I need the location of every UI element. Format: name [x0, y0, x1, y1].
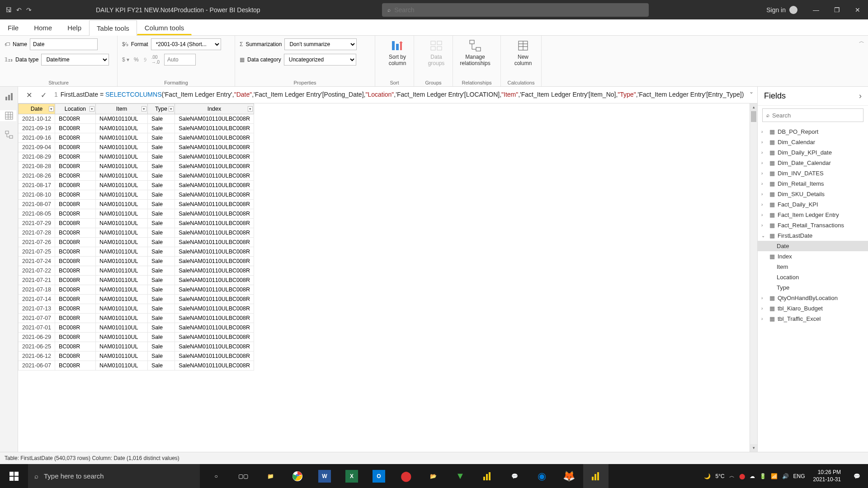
chevron-icon[interactable]: ⌄ [761, 233, 767, 238]
expand-formula-icon[interactable]: ⌄ [745, 89, 757, 95]
model-view-icon[interactable] [4, 129, 14, 140]
table-row[interactable]: 2021-10-12BC008RNAM010110ULSaleSaleNAM01… [19, 114, 254, 124]
temperature[interactable]: 5°C [715, 473, 724, 479]
decimals-input[interactable] [164, 54, 196, 66]
table-row[interactable]: 2021-07-01BC008RNAM010110ULSaleSaleNAM01… [19, 323, 254, 333]
cortana-icon[interactable]: ○ [203, 464, 229, 488]
column-header-date[interactable]: Date▾ [19, 104, 55, 114]
table-row[interactable]: 2021-07-13BC008RNAM010110ULSaleSaleNAM01… [19, 304, 254, 314]
table-node[interactable]: ›▦tbl_Kiaro_Budget [758, 303, 868, 314]
percent-icon[interactable]: % [134, 56, 139, 63]
chevron-icon[interactable]: › [761, 296, 767, 300]
comma-icon[interactable]: 𝟿 [143, 56, 147, 63]
table-row[interactable]: 2021-08-29BC008RNAM010110ULSaleSaleNAM01… [19, 152, 254, 162]
table-node[interactable]: ›▦Dim_INV_DATES [758, 168, 868, 178]
chevron-icon[interactable]: › [761, 129, 767, 134]
app-red-icon[interactable]: ⬤ [393, 464, 419, 488]
table-node[interactable]: ›▦Fact_Daily_KPI [758, 199, 868, 210]
table-row[interactable]: 2021-07-21BC008RNAM010110ULSaleSaleNAM01… [19, 276, 254, 285]
table-row[interactable]: 2021-09-04BC008RNAM010110ULSaleSaleNAM01… [19, 143, 254, 152]
task-view-icon[interactable]: ▢▢ [231, 464, 256, 488]
chevron-icon[interactable]: › [761, 160, 767, 165]
filter-dropdown-icon[interactable]: ▾ [49, 106, 54, 112]
scroll-down-icon[interactable]: ▾ [750, 444, 757, 452]
column-header-item[interactable]: Item▾ [95, 104, 147, 114]
powerbi-service-icon[interactable] [475, 464, 500, 488]
report-view-icon[interactable] [4, 91, 14, 102]
start-button[interactable] [0, 464, 28, 488]
table-row[interactable]: 2021-07-25BC008RNAM010110ULSaleSaleNAM01… [19, 247, 254, 257]
table-node[interactable]: ›▦Fact_Retail_Transactions [758, 220, 868, 230]
edge-icon[interactable]: ◉ [529, 464, 554, 488]
new-column-button[interactable]: New column [505, 38, 541, 67]
chevron-icon[interactable]: › [761, 202, 767, 207]
chevron-icon[interactable]: › [761, 181, 767, 186]
column-header-type[interactable]: Type▾ [147, 104, 175, 114]
chevron-icon[interactable]: › [761, 150, 767, 155]
table-row[interactable]: 2021-06-07BC008RNAM010110ULSaleSaleNAM01… [19, 361, 254, 371]
battery-icon[interactable]: 🔋 [760, 473, 766, 479]
tray-chevron-icon[interactable]: ︿ [729, 472, 735, 480]
column-header-location[interactable]: Location▾ [55, 104, 95, 114]
chevron-icon[interactable]: › [761, 140, 767, 145]
app-green-icon[interactable]: ▼ [448, 464, 473, 488]
formula-editor[interactable]: 1FirstLastDate = SELECTCOLUMNS('Fact_Ite… [54, 89, 745, 100]
weather-icon[interactable]: 🌙 [704, 473, 711, 479]
data-grid[interactable]: Date▾Location▾Item▾Type▾Index▾2021-10-12… [18, 103, 750, 452]
save-icon[interactable]: 🖫 [5, 6, 12, 14]
fields-search-input[interactable] [772, 112, 859, 119]
close-icon[interactable]: ✕ [847, 0, 868, 19]
tab-home[interactable]: Home [26, 20, 60, 35]
table-row[interactable]: 2021-08-10BC008RNAM010110ULSaleSaleNAM01… [19, 190, 254, 200]
collapse-fields-icon[interactable]: › [859, 91, 862, 101]
table-row[interactable]: 2021-07-14BC008RNAM010110ULSaleSaleNAM01… [19, 295, 254, 304]
table-row[interactable]: 2021-08-28BC008RNAM010110ULSaleSaleNAM01… [19, 162, 254, 171]
commit-formula-icon[interactable]: ✓ [37, 89, 50, 101]
undo-icon[interactable]: ↶ [16, 6, 22, 14]
signin-button[interactable]: Sign in [766, 6, 797, 14]
excel-icon[interactable]: X [339, 464, 364, 488]
tab-table-tools[interactable]: Table tools [89, 20, 137, 36]
name-input[interactable] [30, 38, 98, 50]
file-explorer-icon[interactable]: 📁 [258, 464, 283, 488]
table-node[interactable]: ›▦tbl_Traffic_Excel [758, 314, 868, 324]
minimize-icon[interactable]: — [806, 0, 826, 19]
field-node[interactable]: Item [758, 262, 868, 272]
scroll-up-icon[interactable]: ▴ [750, 103, 757, 111]
data-view-icon[interactable] [0, 110, 16, 121]
data-groups-button[interactable]: Data groups [419, 38, 454, 67]
tab-help[interactable]: Help [60, 20, 89, 35]
field-node[interactable]: Type [758, 282, 868, 293]
table-row[interactable]: 2021-08-05BC008RNAM010110ULSaleSaleNAM01… [19, 209, 254, 219]
chevron-icon[interactable]: › [761, 212, 767, 217]
firefox-icon[interactable]: 🦊 [556, 464, 581, 488]
table-row[interactable]: 2021-06-25BC008RNAM010110ULSaleSaleNAM01… [19, 342, 254, 352]
table-node[interactable]: ›▦Dim_Daily_KPI_date [758, 147, 868, 158]
table-node[interactable]: ›▦Dim_Retail_Items [758, 178, 868, 189]
action-center-icon[interactable]: 💬 [845, 473, 868, 479]
table-row[interactable]: 2021-07-29BC008RNAM010110ULSaleSaleNAM01… [19, 219, 254, 228]
taskbar-clock[interactable]: 10:26 PM 2021-10-31 [809, 469, 845, 483]
chevron-icon[interactable]: › [761, 316, 767, 321]
table-row[interactable]: 2021-08-17BC008RNAM010110ULSaleSaleNAM01… [19, 181, 254, 190]
category-select[interactable]: Uncategorized [284, 54, 356, 66]
onedrive-icon[interactable]: ☁ [750, 473, 755, 479]
chevron-icon[interactable]: › [761, 192, 767, 197]
tray-app-icon[interactable]: ⬤ [739, 473, 745, 479]
table-node[interactable]: ›▦Dim_Date_Calendar [758, 158, 868, 168]
table-row[interactable]: 2021-07-07BC008RNAM010110ULSaleSaleNAM01… [19, 314, 254, 323]
fields-search[interactable]: ⌕ [762, 108, 863, 122]
wifi-icon[interactable]: 📶 [771, 473, 778, 479]
datatype-select[interactable]: Date/time [41, 54, 109, 66]
table-node[interactable]: ›▦QtyOnHandByLocation [758, 293, 868, 303]
powerbi-desktop-icon[interactable] [583, 464, 609, 488]
filter-dropdown-icon[interactable]: ▾ [248, 106, 253, 112]
filter-dropdown-icon[interactable]: ▾ [142, 106, 146, 112]
table-node[interactable]: ›▦Fact_Item Ledger Entry [758, 210, 868, 220]
tab-file[interactable]: File [0, 20, 26, 35]
global-search-input[interactable] [394, 6, 643, 14]
cancel-formula-icon[interactable]: ✕ [23, 89, 35, 101]
table-row[interactable]: 2021-08-07BC008RNAM010110ULSaleSaleNAM01… [19, 200, 254, 209]
table-node[interactable]: ›▦Dim_SKU_Details [758, 189, 868, 199]
volume-icon[interactable]: 🔊 [782, 473, 789, 479]
